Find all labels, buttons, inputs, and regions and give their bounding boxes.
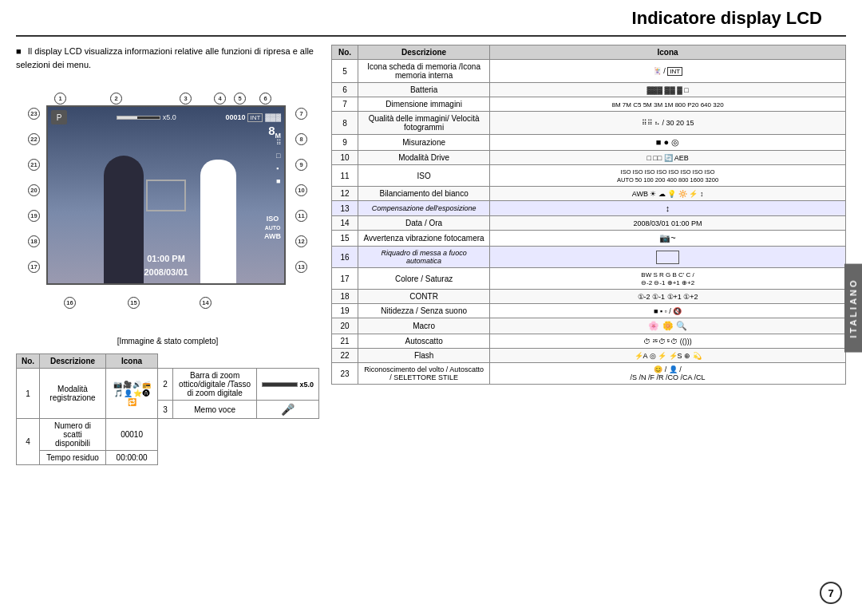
table-row: 17 Colore / Saturaz BW S R G B C' C / ⊖-… [332,268,846,290]
desc-13: Compensazione dell'esposizione [358,201,490,216]
icon-9: ■ ● ◎ [490,135,846,151]
left-panel: ■ Il display LCD visualizza informazioni… [16,45,319,608]
row-desc-1: Modalità registrazione [40,369,106,419]
icon-14: 2008/03/01 01:00 PM [490,216,846,231]
table-row: 9 Misurazione ■ ● ◎ [332,135,846,151]
desc-16: Riquadro di messa a fuoco automatica [358,247,490,268]
row-no-1: 1 [17,369,40,419]
no-15: 15 [332,231,358,247]
icon-17: BW S R G B C' C / ⊖-2 ⊖-1 ⊕+1 ⊕+2 [490,268,846,290]
num-23: 23 [28,108,40,120]
no-10: 10 [332,151,358,165]
table-row: 7 Dimensione immagini 8M 7M C5 5M 3M 1M … [332,97,846,112]
icon-22: ⚡A ◎ ⚡ ⚡S ⊕ 💫 [490,349,846,363]
num-17: 17 [28,261,40,273]
page-container: Indicatore display LCD ■ Il display LCD … [0,0,862,616]
table-row: 23 Riconoscimento del volto / Autoscatto… [332,363,846,385]
desc-12: Bilanciamento del bianco [358,187,490,201]
page-title: Indicatore display LCD [16,8,846,37]
memory-indicator: INT [247,113,263,122]
num-16: 16 [64,297,76,309]
desc-11: ISO [358,165,490,187]
right-screen-icons: ⠿ □ ▪ ■ [276,139,282,185]
no-16: 16 [332,247,358,268]
row-desc-4a: Numero di scatti disponibili [40,419,106,451]
zoom-value: x5.0 [163,113,176,121]
table-row: 13 Compensazione dell'esposizione ↕ [332,201,846,216]
counter-area: 00010 INT ▓▓▓ [225,113,281,122]
num-22: 22 [28,133,40,145]
icon-19: ■ ▪ ▫ / 🔇 [490,304,846,318]
num-4: 4 [214,93,226,105]
table-row: 16 Riquadro di messa a fuoco automatica [332,247,846,268]
icon-18: ①-2 ①-1 ①+1 ①+2 [490,290,846,304]
table-row: 5 Icona scheda di memoria /Icona memoria… [332,60,846,83]
table-row: 4 Numero di scatti disponibili 00010 [17,419,319,451]
icon-6: ▓▓▓ ▓▓ ▓ □ [490,83,846,97]
num-21: 21 [28,159,40,171]
page-number: 7 [820,582,842,604]
desc-19: Nitidezza / Senza suono [358,304,490,318]
num-10: 10 [295,184,307,196]
num-13: 13 [295,261,307,273]
icon-20: 🌸 🌼 🔍 [490,318,846,334]
right-col-icon: Icona [490,45,846,60]
no-9: 9 [332,135,358,151]
row-desc-2: Barra di zoom ottico/digitale /Tasso di … [172,369,257,401]
icon-5: 🃏 / INT [490,60,846,83]
bullet: ■ [16,46,22,56]
person-silhouette-left [104,156,144,283]
row-no-3: 3 [158,401,173,419]
no-14: 14 [332,216,358,231]
no-20: 20 [332,318,358,334]
desc-20: Macro [358,318,490,334]
no-21: 21 [332,334,358,349]
no-13: 13 [332,201,358,216]
person-silhouette-right [200,160,236,283]
focus-rectangle [146,180,186,211]
row-icon-4b: 00:00:00 [105,451,157,465]
icon-11: ISO ISO ISO ISO ISO ISO ISO ISOAUTO 50 1… [490,165,846,187]
col-header-icon: Icona [105,354,157,369]
row-icon-4a: 00010 [105,419,157,451]
no-18: 18 [332,290,358,304]
desc-9: Misurazione [358,135,490,151]
desc-5: Icona scheda di memoria /Icona memoria i… [358,60,490,83]
col-header-no: No. [17,354,40,369]
no-23: 23 [332,363,358,385]
mode-icon: P [51,110,67,124]
icon-7: 8M 7M C5 5M 3M 1M 800 P20 640 320 [490,97,846,112]
no-7: 7 [332,97,358,112]
table-row: Tempo residuo 00:00:00 [17,451,319,465]
main-content: ■ Il display LCD visualizza informazioni… [0,45,862,608]
num-20: 20 [28,184,40,196]
num-2: 2 [110,93,122,105]
icon-15: 📷~ [490,231,846,247]
num-14: 14 [200,297,212,309]
camera-display-wrapper: 1 2 3 4 5 6 P [24,77,311,333]
datetime-overlay: 01:00 PM 2008/03/01 [144,252,188,278]
right-panel: No. Descrizione Icona 5 Icona scheda di … [331,45,846,608]
no-8: 8 [332,112,358,135]
icon-10: □ □□ 🔄 AEB [490,151,846,165]
row-icon-2: x5.0 [257,369,319,401]
icon-23: 😊 / 👤 //S /N /F /R /CO /CA /CL [490,363,846,385]
camera-screen: P x5.0 00010 INT ▓▓▓ [46,105,286,285]
desc-6: Batteria [358,83,490,97]
right-reference-table: No. Descrizione Icona 5 Icona scheda di … [331,45,846,385]
row-desc-4b: Tempo residuo [40,451,106,465]
num-7: 7 [295,108,307,120]
zoom-bar: x5.0 [117,113,176,121]
row-no-4: 4 [17,419,40,465]
desc-17: Colore / Saturaz [358,268,490,290]
num-3: 3 [180,93,192,105]
intro-text: ■ Il display LCD visualizza informazioni… [16,45,319,71]
no-19: 19 [332,304,358,318]
num-18: 18 [28,235,40,247]
table-row: 15 Avvertenza vibrazione fotocamera 📷~ [332,231,846,247]
iso-display: ISO AUTO AWB [264,214,281,242]
row-icon-3: 🎤 [257,401,319,419]
right-col-desc: Descrizione [358,45,490,60]
desc-18: CONTR [358,290,490,304]
table-row: 22 Flash ⚡A ◎ ⚡ ⚡S ⊕ 💫 [332,349,846,363]
